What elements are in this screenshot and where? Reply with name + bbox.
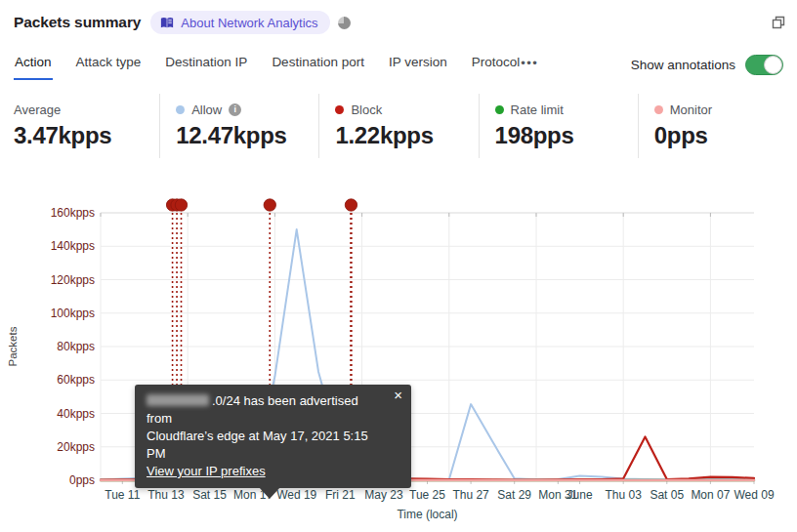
- stat-label: Block: [351, 102, 382, 117]
- tabs-more-button[interactable]: •••: [521, 56, 538, 73]
- tab-attack-type[interactable]: Attack type: [75, 49, 143, 80]
- svg-text:Thu 13: Thu 13: [147, 488, 185, 502]
- stat-rate-limit: Rate limit198pps: [479, 94, 638, 158]
- stat-allow: Allowi12.47kpps: [159, 94, 318, 158]
- annotation-tooltip: × .0/24 has been advertised from Cloudfl…: [135, 385, 411, 488]
- y-axis-title: Packets: [7, 326, 19, 366]
- tooltip-caret: [259, 487, 280, 499]
- tab-ip-version[interactable]: IP version: [388, 49, 448, 80]
- info-icon[interactable]: i: [229, 103, 241, 116]
- stat-value: 1.22kpps: [335, 122, 470, 149]
- svg-text:20kpps: 20kpps: [57, 440, 95, 454]
- book-icon: [160, 17, 174, 29]
- tab-destination-ip[interactable]: Destination IP: [164, 49, 248, 80]
- stat-value: 12.47kpps: [176, 122, 311, 149]
- window-restore-icon[interactable]: [772, 16, 785, 29]
- tab-protocol[interactable]: Protocol: [471, 49, 522, 80]
- show-annotations-toggle[interactable]: [745, 55, 783, 75]
- tabs-row: ActionAttack typeDestination IPDestinati…: [14, 49, 783, 80]
- svg-text:Fri 21: Fri 21: [325, 488, 356, 502]
- toggle-knob: [764, 56, 782, 74]
- svg-text:May 23: May 23: [364, 488, 403, 502]
- svg-text:160kpps: 160kpps: [51, 206, 95, 220]
- svg-text:Sat 05: Sat 05: [650, 488, 684, 502]
- annotation-dot[interactable]: [345, 199, 357, 211]
- stat-label: Average: [14, 102, 61, 117]
- legend-dot: [335, 105, 344, 114]
- stat-label: Rate limit: [511, 102, 564, 117]
- tab-destination-port[interactable]: Destination port: [271, 49, 365, 80]
- svg-text:Tue 11: Tue 11: [105, 488, 140, 502]
- svg-text:40kpps: 40kpps: [57, 407, 95, 421]
- view-ip-prefixes-link[interactable]: View your IP prefixes: [147, 464, 266, 478]
- sampling-indicator-icon: [338, 17, 351, 29]
- svg-text:Tue 25: Tue 25: [409, 488, 445, 502]
- legend-dot: [654, 105, 663, 114]
- tab-action[interactable]: Action: [14, 49, 53, 80]
- stat-value: 3.47kpps: [14, 122, 151, 149]
- show-annotations-label: Show annotations: [631, 58, 735, 72]
- svg-text:60kpps: 60kpps: [57, 373, 95, 387]
- about-badge-label: About Network Analytics: [181, 16, 317, 30]
- tooltip-close-icon[interactable]: ×: [394, 388, 402, 403]
- legend-dot: [176, 105, 185, 114]
- stat-label: Monitor: [670, 102, 712, 117]
- svg-text:Thu 27: Thu 27: [452, 488, 489, 502]
- svg-text:June: June: [567, 488, 593, 502]
- stat-average: Average3.47kpps: [0, 94, 159, 158]
- stat-block: Block1.22kpps: [318, 94, 478, 158]
- stat-label: Allow: [191, 102, 222, 117]
- svg-text:Sat 29: Sat 29: [497, 488, 531, 502]
- svg-text:0pps: 0pps: [69, 473, 95, 487]
- stat-value: 198pps: [495, 122, 630, 149]
- stats-row: Average3.47kppsAllowi12.47kppsBlock1.22k…: [0, 94, 797, 158]
- svg-text:120kpps: 120kpps: [51, 273, 95, 287]
- redacted-ip-prefix: [147, 394, 209, 406]
- legend-dot: [495, 105, 504, 114]
- x-axis-title: Time (local): [397, 508, 457, 521]
- page-title: Packets summary: [14, 14, 141, 31]
- svg-text:Wed 19: Wed 19: [276, 488, 316, 502]
- svg-text:140kpps: 140kpps: [51, 239, 95, 253]
- annotation-dot[interactable]: [175, 199, 187, 211]
- svg-text:Wed 09: Wed 09: [734, 488, 774, 502]
- svg-text:100kpps: 100kpps: [51, 307, 95, 320]
- tooltip-line2: Cloudflare’s edge at May 17, 2021 5:15 P…: [147, 428, 386, 463]
- tooltip-line1: .0/24 has been advertised from: [147, 392, 386, 428]
- show-annotations-group: Show annotations: [631, 55, 783, 75]
- svg-text:Sat 15: Sat 15: [192, 488, 227, 502]
- stat-value: 0pps: [654, 122, 789, 149]
- annotation-dot[interactable]: [264, 199, 275, 211]
- svg-text:80kpps: 80kpps: [57, 340, 95, 353]
- svg-text:Mon 07: Mon 07: [691, 488, 730, 502]
- stat-monitor: Monitor0pps: [638, 94, 797, 158]
- header: Packets summary About Network Analytics: [14, 10, 785, 35]
- about-network-analytics-badge[interactable]: About Network Analytics: [150, 11, 329, 34]
- tabs: ActionAttack typeDestination IPDestinati…: [14, 49, 521, 80]
- svg-text:Thu 03: Thu 03: [606, 488, 643, 502]
